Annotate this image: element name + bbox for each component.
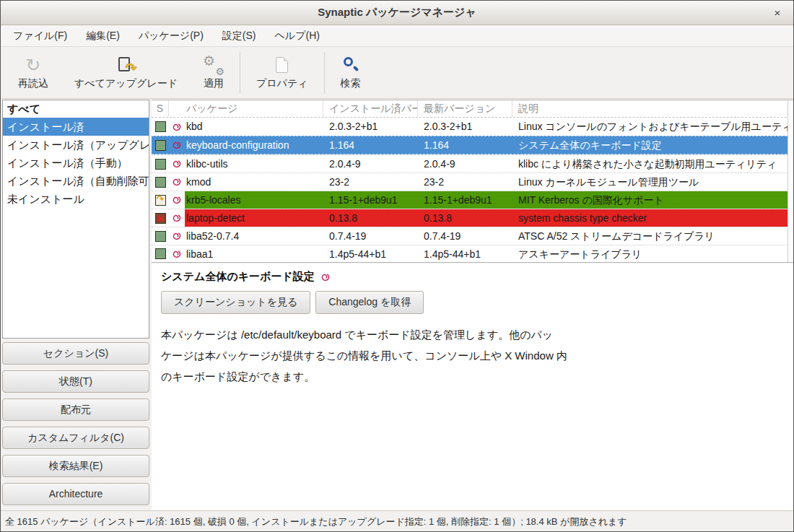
properties-button[interactable]: プロパティ	[243, 50, 321, 96]
package-status-icon	[155, 140, 166, 151]
table-row[interactable]: klibc-utils 2.0.4-9 2.0.4-9 klibc により構築さ…	[152, 154, 794, 173]
titlebar[interactable]: Synaptic パッケージマネージャ ×	[1, 1, 793, 25]
filter-item[interactable]: インストール済（自動削除可	[3, 172, 149, 190]
menu-help[interactable]: ヘルプ(H)	[266, 25, 329, 46]
sidebar-button[interactable]: 検索結果(E)	[2, 455, 149, 477]
table-row[interactable]: laptop-detect 0.13.8 0.13.8 system chass…	[152, 209, 794, 227]
installed-version: 2.0.3-2+b1	[323, 118, 418, 136]
debian-swirl-icon	[172, 249, 182, 259]
package-name: klibc-utils	[185, 155, 323, 173]
description-line: のキーボード設定ができます。	[161, 366, 794, 387]
menu-file[interactable]: ファイル(F)	[4, 25, 77, 46]
debian-swirl-icon	[172, 122, 182, 132]
column-header-description[interactable]: 説明	[512, 100, 794, 117]
sidebar-button[interactable]: Architecture	[2, 483, 149, 505]
column-header-package[interactable]: パッケージ	[169, 100, 323, 117]
properties-document-icon	[276, 56, 288, 74]
package-description: Linux コンソールのフォントおよびキーテーブル用ユーティリティ	[512, 118, 794, 136]
upgrade-all-button[interactable]: ↷ すべてアップグレード	[61, 50, 191, 96]
column-header-latest-version[interactable]: 最新バージョン	[418, 100, 512, 117]
toolbar-separator	[240, 52, 240, 94]
filter-item[interactable]: インストール済	[3, 118, 149, 136]
package-table-body: kbd 2.0.3-2+b1 2.0.3-2+b1 Linux コンソールのフォ…	[152, 118, 794, 263]
package-name: liba52-0.7.4	[185, 227, 323, 245]
menu-package[interactable]: パッケージ(P)	[129, 25, 213, 46]
package-description: klibc により構築された小さな起動初期用ユーティリティ	[512, 155, 794, 173]
right-pane: S パッケージ インストール済バージョン 最新バージョン 説明 kbd 2.0.…	[152, 99, 794, 510]
debian-swirl-icon	[172, 140, 182, 150]
sidebar-button[interactable]: 配布元	[2, 398, 149, 421]
installed-version: 23-2	[323, 173, 418, 191]
sidebar-button[interactable]: 状態(T)	[2, 370, 149, 393]
description-line: ケージは本パッケージが提供するこの情報を用いて、コンソール上や X Window…	[161, 345, 794, 366]
package-name: laptop-detect	[185, 209, 323, 227]
latest-version: 0.7.4-19	[418, 227, 512, 245]
details-pane: システム全体のキーボード設定 スクリーンショットを見る Changelog を取…	[152, 263, 794, 510]
package-name: kbd	[185, 118, 323, 136]
upgrade-all-icon: ↷	[117, 56, 134, 74]
installed-version: 0.13.8	[323, 209, 418, 227]
filter-item[interactable]: すべて	[3, 100, 149, 118]
column-header-status[interactable]: S	[152, 100, 169, 117]
reload-icon: ↻	[26, 56, 41, 74]
toolbar: ↻ 再読込 ↷ すべてアップグレード ⚙⚙ 適用 プロパティ 検索	[1, 47, 793, 99]
table-row[interactable]: keyboard-configuration 1.164 1.164 システム全…	[152, 136, 794, 154]
latest-version: 2.0.4-9	[418, 155, 512, 173]
menubar: ファイル(F) 編集(E) パッケージ(P) 設定(S) ヘルプ(H)	[1, 25, 793, 47]
apply-button[interactable]: ⚙⚙ 適用	[191, 50, 237, 96]
package-description: ATSC A/52 ストリームデコードライブラリ	[512, 227, 794, 245]
latest-version: 1.164	[418, 136, 512, 154]
search-magnifier-icon	[342, 56, 359, 74]
sidebar-button[interactable]: セクション(S)	[2, 342, 149, 365]
close-icon[interactable]: ×	[770, 6, 785, 20]
sidebar-button[interactable]: カスタムフィルタ(C)	[2, 427, 149, 449]
filter-item[interactable]: 未インストール	[3, 190, 149, 208]
column-header-installed-version[interactable]: インストール済バージョン	[323, 100, 418, 117]
installed-version: 0.7.4-19	[323, 227, 418, 245]
table-row[interactable]: kmod 23-2 23-2 Linux カーネルモジュール管理用ツール	[152, 173, 794, 191]
sidebar-buttons: セクション(S)状態(T)配布元カスタムフィルタ(C)検索結果(E)Archit…	[2, 342, 149, 511]
package-description: Linux カーネルモジュール管理用ツール	[512, 173, 794, 191]
installed-version: 1.164	[323, 136, 418, 154]
package-name: krb5-locales	[185, 191, 323, 209]
view-screenshot-button[interactable]: スクリーンショットを見る	[161, 291, 310, 314]
synaptic-window: Synaptic パッケージマネージャ × ファイル(F) 編集(E) パッケー…	[0, 0, 794, 532]
get-changelog-button[interactable]: Changelog を取得	[315, 291, 424, 314]
search-button[interactable]: 検索	[328, 50, 374, 96]
installed-version: 1.15-1+deb9u1	[323, 191, 418, 209]
package-status-icon	[155, 177, 166, 188]
package-description: システム全体のキーボード設定	[512, 136, 794, 154]
debian-swirl-icon	[320, 272, 331, 282]
package-name: kmod	[185, 173, 323, 191]
menu-edit[interactable]: 編集(E)	[77, 25, 129, 46]
toolbar-separator	[324, 52, 325, 94]
package-status-icon	[155, 159, 166, 170]
package-name: keyboard-configuration	[185, 136, 323, 154]
installed-version: 2.0.4-9	[323, 155, 418, 173]
reload-button[interactable]: ↻ 再読込	[5, 50, 61, 96]
table-row[interactable]: liba52-0.7.4 0.7.4-19 0.7.4-19 ATSC A/52…	[152, 227, 794, 245]
filter-item[interactable]: インストール済（アップグレ	[3, 136, 149, 154]
debian-swirl-icon	[172, 231, 182, 241]
details-title: システム全体のキーボード設定	[161, 270, 315, 284]
filter-item[interactable]: インストール済（手動）	[3, 154, 149, 172]
table-row[interactable]: kbd 2.0.3-2+b1 2.0.3-2+b1 Linux コンソールのフォ…	[152, 118, 794, 136]
status-summary: 全 1615 パッケージ（インストール済: 1615 個, 破損 0 個, イン…	[5, 515, 627, 528]
debian-swirl-icon	[172, 195, 182, 205]
apply-gears-icon: ⚙⚙	[204, 56, 223, 74]
vertical-scrollbar[interactable]	[788, 100, 794, 262]
latest-version: 2.0.3-2+b1	[418, 118, 512, 136]
window-title: Synaptic パッケージマネージャ	[318, 6, 476, 19]
package-status-icon	[155, 195, 166, 206]
package-status-icon	[155, 231, 166, 242]
table-row[interactable]: krb5-locales 1.15-1+deb9u1 1.15-1+deb9u1…	[152, 191, 794, 209]
statusbar: 全 1615 パッケージ（インストール済: 1615 個, 破損 0 個, イン…	[1, 510, 793, 532]
latest-version: 0.13.8	[418, 209, 512, 227]
debian-swirl-icon	[172, 159, 182, 169]
package-status-icon	[155, 213, 166, 224]
table-row[interactable]: libaa1 1.4p5-44+b1 1.4p5-44+b1 アスキーアートライ…	[152, 245, 794, 263]
menu-settings[interactable]: 設定(S)	[213, 25, 266, 46]
table-header: S パッケージ インストール済バージョン 最新バージョン 説明	[152, 100, 794, 118]
installed-version: 1.4p5-44+b1	[323, 245, 418, 262]
package-table: S パッケージ インストール済バージョン 最新バージョン 説明 kbd 2.0.…	[152, 100, 794, 263]
